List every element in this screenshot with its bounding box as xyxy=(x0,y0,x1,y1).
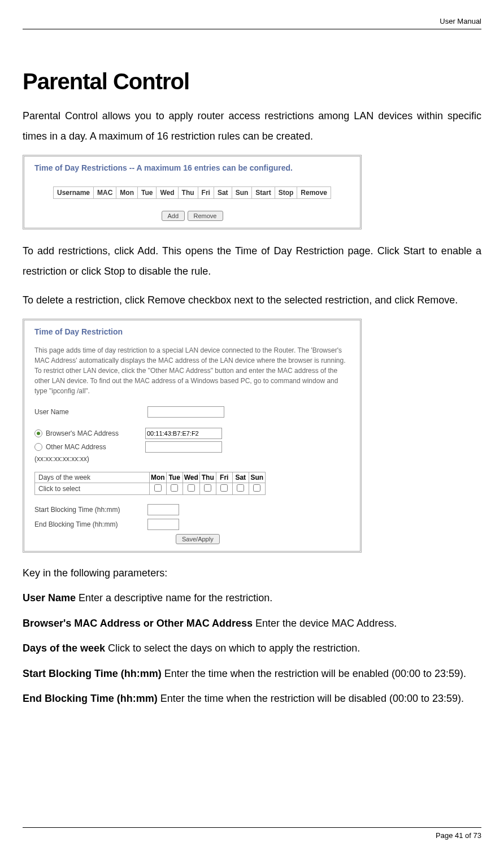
add-instructions: To add restrictions, click Add. This ope… xyxy=(23,241,481,281)
checkbox-mon[interactable] xyxy=(154,484,162,492)
page-title: Parental Control xyxy=(23,69,481,94)
col-remove: Remove xyxy=(297,187,331,199)
end-time-label: End Blocking Time (hh:mm) xyxy=(34,520,147,528)
restrictions-table: Username MAC Mon Tue Wed Thu Fri Sat Sun… xyxy=(53,186,331,199)
col-sun: Sun xyxy=(232,187,252,199)
day-thu: Thu xyxy=(199,472,216,483)
day-mon: Mon xyxy=(150,472,167,483)
day-sat: Sat xyxy=(232,472,249,483)
col-wed: Wed xyxy=(157,187,178,199)
day-sun: Sun xyxy=(249,472,265,483)
user-name-label: User Name xyxy=(34,408,147,416)
restriction-form-title: Time of Day Restriction xyxy=(34,327,350,336)
checkbox-tue[interactable] xyxy=(171,484,178,492)
restrictions-panel-title: Time of Day Restrictions -- A maximum 16… xyxy=(34,163,350,172)
checkbox-sun[interactable] xyxy=(253,484,260,492)
param-start-text: Enter the time when the restriction will… xyxy=(162,668,466,679)
click-select-label: Click to select xyxy=(35,483,150,495)
remove-button[interactable]: Remove xyxy=(188,211,223,221)
doc-title: User Manual xyxy=(440,17,481,25)
end-time-input[interactable] xyxy=(147,519,179,530)
param-mac-label: Browser's MAC Address or Other MAC Addre… xyxy=(23,618,253,629)
checkbox-thu[interactable] xyxy=(204,484,211,492)
col-start: Start xyxy=(252,187,275,199)
param-days-text: Click to select the days on which to app… xyxy=(105,642,360,654)
param-end-text: Enter the time when the restriction will… xyxy=(158,693,464,704)
checkbox-wed[interactable] xyxy=(188,484,195,492)
col-fri: Fri xyxy=(198,187,214,199)
param-end: End Blocking Time (hh:mm) Enter the time… xyxy=(23,689,481,707)
other-mac-format: (xx:xx:xx:xx:xx:xx) xyxy=(34,455,350,463)
col-tue: Tue xyxy=(138,187,157,199)
param-start-label: Start Blocking Time (hh:mm) xyxy=(23,668,162,679)
param-mac: Browser's MAC Address or Other MAC Addre… xyxy=(23,614,481,632)
param-start: Start Blocking Time (hh:mm) Enter the ti… xyxy=(23,665,481,683)
days-of-week-label: Days of the week xyxy=(35,472,150,483)
browser-mac-input[interactable] xyxy=(145,428,222,439)
page-number: Page 41 of 73 xyxy=(436,831,481,840)
other-mac-label: Other MAC Address xyxy=(46,443,142,451)
other-mac-input[interactable] xyxy=(145,441,222,453)
other-mac-radio[interactable] xyxy=(34,443,42,451)
checkbox-sat[interactable] xyxy=(237,484,244,492)
restriction-form-desc: This page adds time of day restriction t… xyxy=(34,345,350,396)
page-header: User Manual xyxy=(23,17,481,29)
day-fri: Fri xyxy=(216,472,232,483)
param-mac-text: Enter the device MAC Address. xyxy=(253,618,397,629)
intro-paragraph: Parental Control allows you to apply rou… xyxy=(23,106,481,146)
col-sat: Sat xyxy=(214,187,232,199)
delete-instructions: To delete a restriction, click Remove ch… xyxy=(23,290,481,310)
param-end-label: End Blocking Time (hh:mm) xyxy=(23,693,158,704)
restrictions-list-panel: Time of Day Restrictions -- A maximum 16… xyxy=(23,155,362,229)
days-table: Days of the week Mon Tue Wed Thu Fri Sat… xyxy=(34,472,266,495)
param-user-name: User Name Enter a descriptive name for t… xyxy=(23,589,481,607)
restriction-form-panel: Time of Day Restriction This page adds t… xyxy=(23,319,362,553)
browser-mac-label: Browser's MAC Address xyxy=(46,429,142,437)
param-days-label: Days of the week xyxy=(23,642,105,654)
day-wed: Wed xyxy=(183,472,199,483)
save-apply-button[interactable]: Save/Apply xyxy=(176,534,220,544)
user-name-input[interactable] xyxy=(147,406,224,418)
start-time-input[interactable] xyxy=(147,504,179,515)
param-user-name-label: User Name xyxy=(23,592,76,603)
col-mac: MAC xyxy=(94,187,116,199)
day-tue: Tue xyxy=(166,472,183,483)
col-mon: Mon xyxy=(116,187,138,199)
browser-mac-radio[interactable] xyxy=(34,429,42,437)
start-time-label: Start Blocking Time (hh:mm) xyxy=(34,506,147,514)
page-footer: Page 41 of 73 xyxy=(23,827,481,840)
add-button[interactable]: Add xyxy=(162,211,185,221)
param-days: Days of the week Click to select the day… xyxy=(23,639,481,657)
col-stop: Stop xyxy=(275,187,297,199)
checkbox-fri[interactable] xyxy=(220,484,228,492)
col-username: Username xyxy=(54,187,94,199)
col-thu: Thu xyxy=(178,187,198,199)
param-user-name-text: Enter a descriptive name for the restric… xyxy=(76,592,272,603)
key-in-text: Key in the following parameters: xyxy=(23,564,481,582)
